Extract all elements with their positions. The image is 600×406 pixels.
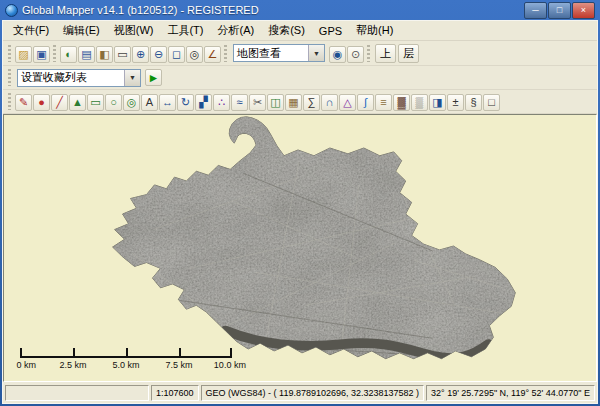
search-icon[interactable]: ⊙ — [347, 46, 364, 63]
scale-tick — [73, 348, 75, 356]
create-rectangle-icon[interactable]: ▭ — [87, 94, 104, 111]
digitizer-toolbar-group: ✎●╱▲▭○◎A↔↻▞∴≈✂◫▦∑∩△∫≡▓▒◨±§□ — [14, 92, 500, 111]
menu-edit[interactable]: 编辑(E) — [56, 22, 107, 39]
map-view[interactable]: 0 km2.5 km5.0 km7.5 km10.0 km — [3, 114, 597, 382]
raster-options-icon[interactable]: ▒ — [411, 94, 428, 111]
script-editor-icon[interactable]: § — [465, 94, 482, 111]
screen-capture-icon[interactable]: □ — [483, 94, 500, 111]
scale-bar: 0 km2.5 km5.0 km7.5 km10.0 km — [20, 348, 232, 370]
close-button[interactable]: × — [572, 2, 595, 19]
menu-bar: 文件(F)编辑(E)视图(W)工具(T)分析(A)搜索(S)GPS帮助(H) — [3, 21, 597, 41]
toolbar-grip[interactable] — [8, 93, 11, 110]
view-mode-combobox[interactable]: 地图查看 ▼ — [233, 44, 325, 62]
menu-analysis[interactable]: 分析(A) — [210, 22, 261, 39]
scale-tick — [179, 348, 181, 356]
scale-tick — [20, 348, 22, 356]
scale-feature-icon[interactable]: ▞ — [195, 94, 212, 111]
application-window: Global Mapper v14.1 (b120512) - REGISTER… — [0, 0, 600, 406]
crop-areas-icon[interactable]: ▦ — [285, 94, 302, 111]
scale-label: 5.0 km — [112, 360, 139, 370]
menu-search[interactable]: 搜索(S) — [261, 22, 312, 39]
scale-label: 0 km — [17, 360, 37, 370]
feature-info-icon[interactable]: ◉ — [329, 46, 346, 63]
snap-toggle-icon[interactable]: ≈ — [231, 94, 248, 111]
app-globe-icon — [5, 4, 18, 17]
layer-panel-button[interactable]: 层 — [398, 44, 419, 63]
scale-tick — [126, 348, 128, 356]
toolbar-grip[interactable] — [53, 45, 56, 62]
toolbar-digitizer: ✎●╱▲▭○◎A↔↻▞∴≈✂◫▦∑∩△∫≡▓▒◨±§□ — [3, 90, 597, 114]
scale-bar-labels: 0 km2.5 km5.0 km7.5 km10.0 km — [20, 358, 232, 370]
combine-areas-icon[interactable]: ◫ — [267, 94, 284, 111]
create-area-icon[interactable]: ▲ — [69, 94, 86, 111]
toolbar-grip[interactable] — [8, 45, 11, 62]
digitizer-edit-icon[interactable]: ✎ — [15, 94, 32, 111]
window-controls: ─□× — [523, 2, 595, 19]
create-range-ring-icon[interactable]: ◎ — [123, 94, 140, 111]
chevron-down-icon[interactable]: ▼ — [124, 70, 140, 86]
menu-help[interactable]: 帮助(H) — [349, 22, 400, 39]
scale-label: 10.0 km — [214, 360, 246, 370]
minimize-button[interactable]: ─ — [524, 2, 547, 19]
map-imagery-texture — [4, 115, 596, 381]
open-data-file-icon[interactable]: ▨ — [15, 46, 32, 63]
menu-tools[interactable]: 工具(T) — [160, 22, 210, 39]
contour-lines-icon[interactable]: ≡ — [375, 94, 392, 111]
view-shed-icon[interactable]: △ — [339, 94, 356, 111]
zoom-window-icon[interactable]: ◻ — [168, 46, 185, 63]
pan-icon[interactable]: ◎ — [186, 46, 203, 63]
move-feature-icon[interactable]: ↔ — [159, 94, 176, 111]
view-mode-value: 地图查看 — [234, 46, 308, 61]
download-online-data-icon[interactable]: ◐ — [60, 46, 77, 63]
scale-bar-line — [20, 348, 232, 358]
chevron-down-icon[interactable]: ▼ — [308, 45, 324, 61]
create-point-icon[interactable]: ● — [33, 94, 50, 111]
status-projection-panel: GEO (WGS84) - ( 119.8789102696, 32.32381… — [201, 385, 424, 401]
measure-area-icon[interactable]: ∑ — [303, 94, 320, 111]
maximize-button[interactable]: □ — [548, 2, 571, 19]
apply-favorite-button[interactable]: ► — [145, 69, 162, 86]
info-toolbar-group: ◉⊙ — [328, 44, 364, 63]
configuration-icon[interactable]: ◧ — [96, 46, 113, 63]
full-view-icon[interactable]: ▭ — [114, 46, 131, 63]
status-message-panel — [5, 385, 149, 401]
path-profile-icon[interactable]: ∩ — [321, 94, 338, 111]
create-line-icon[interactable]: ╱ — [51, 94, 68, 111]
measure-tool-icon[interactable]: ∠ — [204, 46, 221, 63]
image-swipe-icon[interactable]: ◨ — [429, 94, 446, 111]
layer-buttons-group: 上层 — [373, 43, 419, 63]
create-text-icon[interactable]: A — [141, 94, 158, 111]
rotate-feature-icon[interactable]: ↻ — [177, 94, 194, 111]
favorites-combobox[interactable]: 设置收藏列表 ▼ — [17, 69, 141, 87]
menu-view[interactable]: 视图(W) — [107, 22, 161, 39]
title-bar[interactable]: Global Mapper v14.1 (b120512) - REGISTER… — [2, 0, 598, 20]
coordinate-converter-icon[interactable]: ± — [447, 94, 464, 111]
map-canvas[interactable] — [4, 115, 596, 381]
view-toolbar-group: ◐▤◧▭⊕⊖◻◎∠ — [59, 44, 221, 63]
toolbar-grip[interactable] — [224, 45, 227, 62]
toolbar-grip[interactable] — [367, 45, 370, 62]
favorites-value: 设置收藏列表 — [18, 70, 124, 85]
scale-tick — [230, 348, 232, 356]
toolbar-grip[interactable] — [8, 69, 11, 86]
zoom-out-icon[interactable]: ⊖ — [150, 46, 167, 63]
terrain-shading-icon[interactable]: ▓ — [393, 94, 410, 111]
status-latlon-panel: 32° 19' 25.7295" N, 119° 52' 44.0770" E — [426, 385, 595, 401]
menu-file[interactable]: 文件(F) — [6, 22, 56, 39]
scale-label: 2.5 km — [59, 360, 86, 370]
status-scale-panel: 1:107600 — [151, 385, 199, 401]
toolbar-main: ▨▣ ◐▤◧▭⊕⊖◻◎∠ 地图查看 ▼ ◉⊙ 上层 — [3, 41, 597, 66]
zoom-in-icon[interactable]: ⊕ — [132, 46, 149, 63]
client-area: 文件(F)编辑(E)视图(W)工具(T)分析(A)搜索(S)GPS帮助(H) ▨… — [2, 20, 598, 404]
scale-label: 7.5 km — [165, 360, 192, 370]
save-workspace-icon[interactable]: ▣ — [33, 46, 50, 63]
window-title: Global Mapper v14.1 (b120512) - REGISTER… — [22, 4, 519, 16]
edit-vertices-icon[interactable]: ∴ — [213, 94, 230, 111]
layer-up-button[interactable]: 上 — [375, 44, 396, 63]
create-circle-icon[interactable]: ○ — [105, 94, 122, 111]
watershed-icon[interactable]: ∫ — [357, 94, 374, 111]
split-line-icon[interactable]: ✂ — [249, 94, 266, 111]
menu-gps[interactable]: GPS — [312, 24, 349, 38]
file-toolbar-group: ▨▣ — [14, 44, 50, 63]
overlay-control-center-icon[interactable]: ▤ — [78, 46, 95, 63]
